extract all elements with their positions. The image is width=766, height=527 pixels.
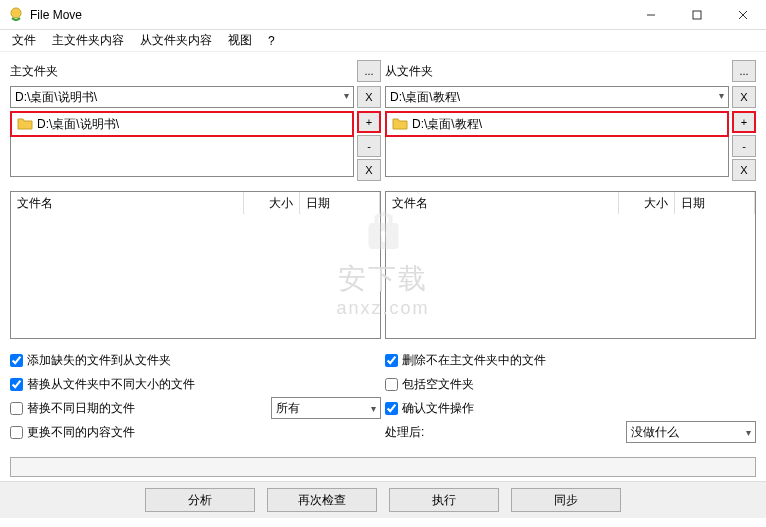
main-path-value: D:\桌面\说明书\ — [15, 89, 97, 106]
execute-button[interactable]: 执行 — [389, 488, 499, 512]
replace-content-label: 更换不同的内容文件 — [27, 424, 135, 441]
main-col-name[interactable]: 文件名 — [11, 192, 244, 214]
slave-folder-list: D:\桌面\教程\ — [385, 111, 729, 137]
slave-path-combo[interactable]: D:\桌面\教程\ ▾ — [385, 86, 729, 108]
replace-content-checkbox[interactable] — [10, 426, 23, 439]
main-folder-item[interactable]: D:\桌面\说明书\ — [37, 116, 119, 133]
slave-folder-list-empty — [385, 137, 729, 177]
minimize-button[interactable] — [628, 0, 674, 30]
folder-icon — [17, 117, 33, 131]
titlebar: File Move — [0, 0, 766, 30]
main-folder-label: 主文件夹 — [10, 63, 357, 80]
menu-view[interactable]: 视图 — [220, 30, 260, 51]
confirm-ops-label: 确认文件操作 — [402, 400, 474, 417]
sync-button[interactable]: 同步 — [511, 488, 621, 512]
main-add-folder-button[interactable]: + — [357, 111, 381, 133]
svg-point-0 — [11, 8, 21, 18]
slave-col-name[interactable]: 文件名 — [386, 192, 619, 214]
after-action-select[interactable]: 没做什么▾ — [626, 421, 756, 443]
bottom-bar: 分析 再次检查 执行 同步 — [0, 481, 766, 518]
main-remove-all-button[interactable]: X — [357, 159, 381, 181]
slave-clear-button[interactable]: X — [732, 86, 756, 108]
replace-date-checkbox[interactable] — [10, 402, 23, 415]
slave-file-table: 文件名 大小 日期 — [385, 191, 756, 339]
slave-browse-button[interactable]: ... — [732, 60, 756, 82]
main-folder-list: D:\桌面\说明书\ — [10, 111, 354, 137]
main-options: 添加缺失的文件到从文件夹 替换从文件夹中不同大小的文件 替换不同日期的文件 所有… — [10, 349, 381, 445]
slave-options: 删除不在主文件夹中的文件 包括空文件夹 确认文件操作 处理后: 没做什么▾ — [385, 349, 756, 445]
slave-remove-folder-button[interactable]: - — [732, 135, 756, 157]
folder-icon — [392, 117, 408, 131]
replace-size-checkbox[interactable] — [10, 378, 23, 391]
menu-file[interactable]: 文件 — [4, 30, 44, 51]
slave-folder-label: 从文件夹 — [385, 63, 732, 80]
main-remove-folder-button[interactable]: - — [357, 135, 381, 157]
main-col-size[interactable]: 大小 — [244, 192, 300, 214]
date-mode-select[interactable]: 所有▾ — [271, 397, 381, 419]
analyze-button[interactable]: 分析 — [145, 488, 255, 512]
svg-rect-2 — [693, 11, 701, 19]
chevron-down-icon: ▾ — [719, 90, 724, 101]
add-missing-label: 添加缺失的文件到从文件夹 — [27, 352, 171, 369]
main-browse-button[interactable]: ... — [357, 60, 381, 82]
replace-date-label: 替换不同日期的文件 — [27, 400, 135, 417]
app-icon — [8, 7, 24, 23]
close-button[interactable] — [720, 0, 766, 30]
slave-add-folder-button[interactable]: + — [732, 111, 756, 133]
chevron-down-icon: ▾ — [344, 90, 349, 101]
delete-not-in-main-label: 删除不在主文件夹中的文件 — [402, 352, 546, 369]
confirm-ops-checkbox[interactable] — [385, 402, 398, 415]
slave-folder-item[interactable]: D:\桌面\教程\ — [412, 116, 482, 133]
slave-col-date[interactable]: 日期 — [675, 192, 755, 214]
main-col-date[interactable]: 日期 — [300, 192, 380, 214]
menubar: 文件 主文件夹内容 从文件夹内容 视图 ? — [0, 30, 766, 52]
main-folder-list-empty — [10, 137, 354, 177]
slave-col-size[interactable]: 大小 — [619, 192, 675, 214]
include-empty-label: 包括空文件夹 — [402, 376, 474, 393]
menu-help[interactable]: ? — [260, 32, 283, 50]
after-label: 处理后: — [385, 424, 424, 441]
progress-bar — [10, 457, 756, 477]
chevron-down-icon: ▾ — [371, 403, 376, 414]
main-path-combo[interactable]: D:\桌面\说明书\ ▾ — [10, 86, 354, 108]
window-title: File Move — [30, 8, 628, 22]
menu-main-content[interactable]: 主文件夹内容 — [44, 30, 132, 51]
maximize-button[interactable] — [674, 0, 720, 30]
slave-path-value: D:\桌面\教程\ — [390, 89, 460, 106]
include-empty-checkbox[interactable] — [385, 378, 398, 391]
chevron-down-icon: ▾ — [746, 427, 751, 438]
main-clear-button[interactable]: X — [357, 86, 381, 108]
add-missing-checkbox[interactable] — [10, 354, 23, 367]
menu-slave-content[interactable]: 从文件夹内容 — [132, 30, 220, 51]
slave-remove-all-button[interactable]: X — [732, 159, 756, 181]
recheck-button[interactable]: 再次检查 — [267, 488, 377, 512]
main-folder-panel: 主文件夹 ... D:\桌面\说明书\ ▾ X D:\桌面\说明书\ — [10, 60, 381, 339]
main-file-table: 文件名 大小 日期 — [10, 191, 381, 339]
slave-folder-panel: 从文件夹 ... D:\桌面\教程\ ▾ X D:\桌面\教程\ — [385, 60, 756, 339]
replace-size-label: 替换从文件夹中不同大小的文件 — [27, 376, 195, 393]
delete-not-in-main-checkbox[interactable] — [385, 354, 398, 367]
